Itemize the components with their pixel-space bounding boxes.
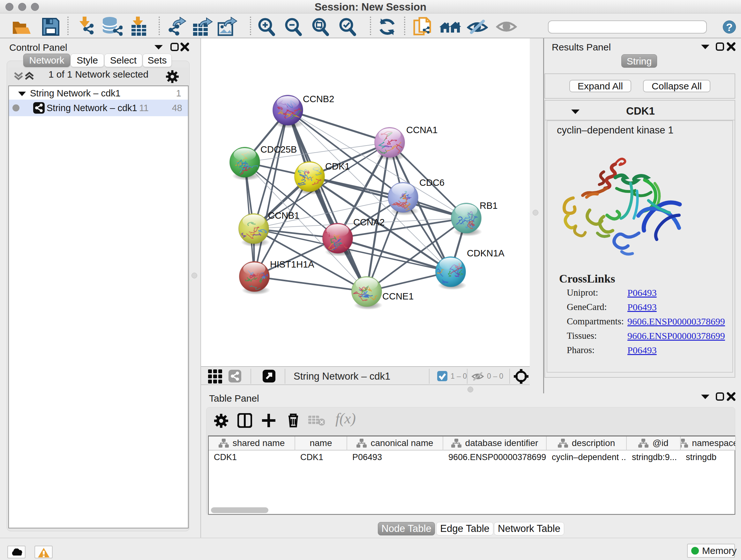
svg-text:CDC6: CDC6 [419, 178, 445, 188]
svg-text:CCNA2: CCNA2 [353, 217, 385, 227]
svg-text:CDK1: CDK1 [325, 161, 350, 172]
svg-text:CDKN1A: CDKN1A [467, 248, 504, 258]
svg-text:CDC25B: CDC25B [260, 144, 297, 154]
svg-text:CCNB2: CCNB2 [303, 94, 334, 104]
svg-text:CCNB1: CCNB1 [268, 210, 299, 221]
svg-text:HIST1H1A: HIST1H1A [270, 259, 314, 269]
svg-text:CCNE1: CCNE1 [382, 291, 414, 301]
svg-text:CCNA1: CCNA1 [406, 125, 437, 135]
svg-text:RB1: RB1 [480, 200, 497, 211]
